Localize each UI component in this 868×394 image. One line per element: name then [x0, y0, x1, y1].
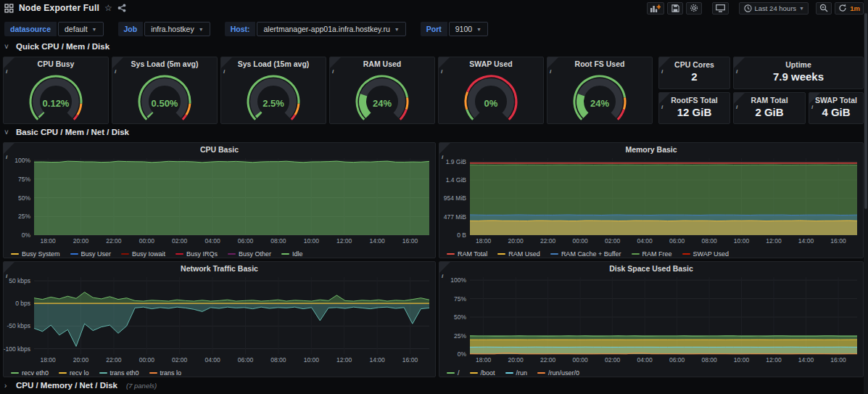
time-range-label: Last 24 hours — [755, 4, 797, 12]
refresh-button[interactable]: 1m — [835, 2, 864, 15]
row-header-basic[interactable]: ˅ Basic CPU / Mem / Net / Disk — [4, 128, 129, 136]
zoom-out-button[interactable] — [816, 2, 832, 15]
panel-info-icon[interactable]: i — [439, 57, 450, 68]
dashboard-title[interactable]: Node Exporter Full — [19, 3, 99, 13]
panel-info-icon[interactable]: i — [112, 57, 123, 68]
panel-info-icon[interactable]: i — [330, 57, 341, 68]
x-axis-tick: 02:00 — [172, 237, 188, 245]
row-header-collapsed[interactable]: › CPU / Memory / Net / Disk (7 panels) — [4, 381, 157, 390]
panel-title[interactable]: Root FS Used — [547, 57, 652, 69]
add-panel-button[interactable] — [647, 2, 664, 15]
legend-label: RAM Used — [508, 250, 540, 258]
panel-info-icon[interactable]: i — [221, 57, 232, 68]
panel-info-icon[interactable]: i — [4, 143, 15, 154]
legend-label: /run/user/0 — [548, 369, 579, 377]
legend-item-ram-free[interactable]: RAM Free — [632, 250, 672, 258]
x-axis-tick: 16:00 — [830, 237, 846, 245]
chart-plot-area[interactable]: 100%75%50%25%0%18:0020:0022:0000:0002:00… — [4, 155, 435, 246]
refresh-interval-label[interactable]: 1m — [850, 4, 860, 12]
panel-title[interactable]: SWAP Used — [439, 57, 543, 69]
share-icon[interactable] — [117, 4, 126, 12]
tv-mode-button[interactable] — [712, 2, 729, 15]
legend-item-recv-lo[interactable]: recv lo — [59, 369, 89, 377]
panel-info-icon[interactable]: i — [439, 262, 450, 273]
filter-value-dropdown[interactable]: alertmanager-app01a.infra.hostkey.ru▼ — [257, 22, 405, 36]
legend-item-ram-cache-buffer[interactable]: RAM Cache + Buffer — [550, 250, 621, 258]
legend-item-ram-used[interactable]: RAM Used — [497, 250, 540, 258]
panel-title[interactable]: RAM Used — [330, 57, 434, 69]
legend-item-idle[interactable]: Idle — [281, 250, 303, 258]
panel-info-icon[interactable]: i — [547, 57, 558, 68]
page-scrollbar[interactable] — [864, 0, 868, 394]
row-header-quick[interactable]: ˅ Quick CPU / Mem / Disk — [4, 42, 109, 51]
chart-plot-area[interactable]: 1.9 GiB1.4 GiB954 MiB477 MiB0 B18:0020:0… — [439, 155, 863, 246]
filter-value-dropdown[interactable]: default▼ — [58, 22, 103, 36]
chevron-down-icon: ▼ — [476, 27, 481, 32]
x-axis-tick: 16:00 — [830, 356, 846, 364]
panel-title[interactable]: Sys Load (5m avg) — [112, 57, 217, 69]
panel-title[interactable]: Disk Space Used Basic — [439, 262, 863, 274]
panel-title[interactable]: Network Traffic Basic — [4, 262, 435, 274]
dashboard-grid-icon[interactable] — [4, 4, 14, 13]
legend-item-busy-other[interactable]: Busy Other — [228, 250, 271, 258]
panel-info-icon[interactable]: i — [809, 93, 820, 104]
panel-title[interactable]: Memory Basic — [439, 143, 863, 155]
gauge-visual: 24% — [330, 69, 434, 123]
panel-info-icon[interactable]: i — [734, 57, 745, 68]
legend-item-busy-irqs[interactable]: Busy IRQs — [175, 250, 218, 258]
legend-color-mark — [550, 253, 558, 255]
panel-info-icon[interactable]: i — [659, 93, 670, 104]
y-axis-tick: 50 kbps — [9, 277, 30, 284]
dashboard-settings-button[interactable] — [686, 2, 702, 15]
legend-item-busy-user[interactable]: Busy User — [70, 250, 112, 258]
legend-label: RAM Cache + Buffer — [561, 250, 621, 258]
panel-info-icon[interactable]: i — [659, 57, 670, 68]
x-axis-tick: 22:00 — [106, 356, 122, 364]
chart-plot-area[interactable]: 100%75%50%25%0%18:0020:0022:0000:0002:00… — [439, 274, 863, 365]
x-axis-tick: 02:00 — [172, 356, 188, 364]
x-axis-tick: 12:00 — [766, 237, 782, 245]
panel-title[interactable]: CPU Busy — [4, 57, 108, 69]
filter-value-dropdown[interactable]: 9100▼ — [449, 22, 488, 36]
legend-color-mark — [228, 253, 236, 255]
panel-info-icon[interactable]: i — [4, 262, 15, 273]
filter-label: datasource — [4, 22, 57, 36]
legend-item-trans-lo[interactable]: trans lo — [149, 369, 182, 377]
x-axis-tick: 10:00 — [734, 356, 750, 364]
chart-legend: //boot/run/run/user/0 — [439, 368, 863, 377]
filter-value-dropdown[interactable]: infra.hostkey▼ — [144, 22, 210, 36]
filter-label: Job — [118, 22, 144, 36]
template-variables-bar: datasourcedefault▼Jobinfra.hostkey▼Host:… — [4, 20, 488, 38]
panel-info-icon[interactable]: i — [4, 57, 15, 68]
x-axis-tick: 20:00 — [73, 356, 89, 364]
star-icon[interactable]: ☆ — [104, 3, 112, 13]
legend-item--run[interactable]: /run — [505, 369, 528, 377]
legend-item-recv-eth0[interactable]: recv eth0 — [11, 369, 49, 377]
stat-value: 2 GiB — [734, 106, 805, 118]
x-axis-tick: 06:00 — [238, 356, 254, 364]
chart-panel-network: iNetwork Traffic Basic50 kbps0 bps-50 kb… — [3, 261, 436, 377]
x-axis-tick: 18:00 — [476, 356, 492, 364]
chart-plot-area[interactable]: 50 kbps0 bps-50 kbps-100 kbps18:0020:002… — [4, 274, 435, 365]
legend-label: /run — [516, 369, 528, 377]
legend-item-swap-used[interactable]: SWAP Used — [682, 250, 729, 258]
save-dashboard-button[interactable] — [667, 2, 683, 15]
x-axis-tick: 02:00 — [605, 356, 621, 364]
legend-item-ram-total[interactable]: RAM Total — [447, 250, 487, 258]
panel-info-icon[interactable]: i — [734, 93, 745, 104]
legend-item-busy-system[interactable]: Busy System — [11, 250, 60, 258]
panel-title[interactable]: Sys Load (15m avg) — [221, 57, 326, 69]
panel-info-icon[interactable]: i — [439, 143, 450, 154]
panel-title[interactable]: CPU Basic — [4, 143, 435, 155]
legend-item--[interactable]: / — [447, 369, 460, 377]
legend-item-busy-iowait[interactable]: Busy Iowait — [121, 250, 165, 258]
gauge-value: 24% — [590, 98, 609, 109]
panel-title[interactable]: Uptime — [734, 57, 863, 69]
legend-color-mark — [149, 372, 157, 374]
legend-item--boot[interactable]: /boot — [470, 369, 495, 377]
legend-item-trans-eth0[interactable]: trans eth0 — [99, 369, 139, 377]
time-range-picker[interactable]: Last 24 hours ▼ — [739, 2, 809, 15]
scrollbar-thumb[interactable] — [864, 13, 867, 209]
filter-value-text: infra.hostkey — [151, 25, 194, 33]
legend-item--run-user-0[interactable]: /run/user/0 — [537, 369, 579, 377]
